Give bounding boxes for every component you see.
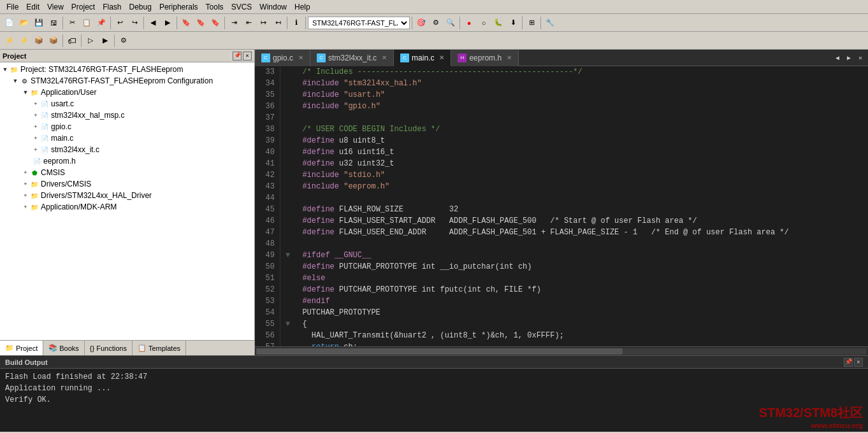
tree-app-user[interactable]: ▼ 📁 Application/User (1, 87, 253, 98)
build-pin-button[interactable]: 📌 (844, 358, 853, 367)
menu-tools[interactable]: Tools (202, 1, 228, 13)
back-button[interactable]: ◀ (146, 16, 160, 30)
stop-btn[interactable]: ○ (477, 16, 491, 30)
save-button[interactable]: 💾 (32, 16, 46, 30)
bookmark2-button[interactable]: 🔖 (194, 16, 208, 30)
tab-stm32it[interactable]: C stm32l4xx_it.c ✕ (310, 50, 394, 66)
tb2-btn2[interactable]: ⚡ (17, 34, 31, 48)
unindent-button[interactable]: ⇤ (242, 16, 256, 30)
tree-config[interactable]: ▼ ⚙ STM32L476RGT-FAST_FLASHEeprom Config… (1, 75, 253, 87)
run-btn[interactable]: ● (462, 16, 476, 30)
root-expand[interactable]: ▼ (1, 66, 9, 73)
panel-tab-project[interactable]: 📁 Project (0, 341, 43, 355)
unindent2-button[interactable]: ↤ (271, 16, 285, 30)
tb2-btn6[interactable]: ▶ (98, 34, 112, 48)
tree-cmsis[interactable]: + ⬟ CMSIS (1, 167, 253, 178)
stm32it-expand[interactable]: + (32, 146, 40, 153)
code-line-57: return ch; (286, 341, 863, 346)
tree-root[interactable]: ▼ 📁 Project: STM32L476RGT-FAST_FLASHEepr… (1, 64, 253, 75)
project-panel-pin-button[interactable]: 📌 (233, 52, 242, 60)
horizontal-scrollbar[interactable] (255, 346, 868, 355)
forward-button[interactable]: ▶ (161, 16, 175, 30)
tb2-btn4[interactable]: 📦 (47, 34, 61, 48)
app-user-expand[interactable]: ▼ (22, 89, 29, 96)
download-btn[interactable]: ⬇ (506, 16, 520, 30)
tab-nav-right[interactable]: ▶ (844, 53, 854, 63)
stm32it-tab-close[interactable]: ✕ (382, 54, 387, 61)
drivers-hal-expand[interactable]: + (22, 192, 29, 199)
tb2-btn1[interactable]: ⚡ (3, 34, 17, 48)
indent2-button[interactable]: ↦ (256, 16, 270, 30)
eeprom-tab-close[interactable]: ✕ (507, 54, 512, 61)
tree-usart[interactable]: + 📄 usart.c (1, 98, 253, 110)
tb2-btn5[interactable]: ▷ (83, 34, 98, 48)
tab-nav-left[interactable]: ◀ (832, 53, 843, 63)
fold-gutter-49[interactable]: ▼ (286, 250, 293, 261)
code-content[interactable]: /* Includes ----------------------------… (280, 66, 868, 346)
redo-button[interactable]: ↪ (127, 16, 141, 30)
mdk-arm-expand[interactable]: + (22, 203, 29, 211)
menu-view[interactable]: View (43, 1, 68, 13)
tree-drivers-cmsis[interactable]: + 📁 Drivers/CMSIS (1, 178, 253, 190)
wrench-btn[interactable]: 🔧 (543, 16, 557, 30)
cmsis-expand[interactable]: + (22, 169, 29, 176)
tree-stm32it[interactable]: + 📄 stm32l4xx_it.c (1, 144, 253, 155)
templates-tab-label: Templates (148, 344, 180, 352)
config-expand[interactable]: ▼ (11, 77, 19, 85)
gpio-tab-close[interactable]: ✕ (298, 54, 303, 61)
menu-help[interactable]: Help (291, 1, 314, 13)
menu-flash[interactable]: Flash (99, 1, 125, 13)
menu-peripherals[interactable]: Peripherals (156, 1, 202, 13)
tab-gpio[interactable]: C gpio.c ✕ (255, 50, 310, 66)
tb2-btn7[interactable]: ⚙ (117, 34, 131, 48)
panel-tab-templates[interactable]: 📋 Templates (133, 341, 186, 355)
code-text-36: #include "gpio.h" (293, 101, 380, 112)
build-close-button[interactable]: ✕ (854, 358, 863, 367)
hal-msp-expand[interactable]: + (32, 111, 40, 119)
drivers-cmsis-expand[interactable]: + (22, 180, 29, 188)
bookmark3-button[interactable]: 🔖 (208, 16, 222, 30)
gpio-expand[interactable]: + (32, 123, 40, 131)
cut-button[interactable]: ✂ (65, 16, 79, 30)
indent-button[interactable]: ⇥ (227, 16, 241, 30)
copy-button[interactable]: 📋 (80, 16, 94, 30)
tree-main[interactable]: + 📄 main.c (1, 132, 253, 144)
panel-tab-functions[interactable]: {} Functions (85, 341, 133, 355)
menu-window[interactable]: Window (256, 1, 291, 13)
save-all-button[interactable]: 🖫 (47, 16, 61, 30)
undo-button[interactable]: ↩ (113, 16, 127, 30)
view-btn[interactable]: ⊞ (524, 16, 539, 30)
fold-gutter-55[interactable]: ▼ (286, 318, 293, 330)
tb2-btn3[interactable]: 📦 (32, 34, 46, 48)
target-combo[interactable]: STM32L476RGT-FAST_FLA (308, 17, 410, 29)
tab-eeprom[interactable]: H eeprom.h ✕ (451, 50, 519, 66)
info-button[interactable]: ℹ (289, 16, 303, 30)
bookmark-button[interactable]: 🔖 (179, 16, 193, 30)
paste-button[interactable]: 📌 (94, 16, 108, 30)
project-panel-close-button[interactable]: ✕ (243, 52, 252, 60)
target-btn[interactable]: 🎯 (414, 16, 428, 30)
tab-close-all[interactable]: ✕ (855, 53, 865, 63)
menu-project[interactable]: Project (68, 1, 99, 13)
tree-mdk-arm[interactable]: + 📁 Application/MDK-ARM (1, 201, 253, 213)
menu-edit[interactable]: Edit (22, 1, 43, 13)
menu-svcs[interactable]: SVCS (228, 1, 256, 13)
main-tab-close[interactable]: ✕ (439, 54, 444, 61)
main-expand[interactable]: + (32, 134, 40, 142)
tree-hal-msp[interactable]: + 📄 stm32l4xx_hal_msp.c (1, 110, 253, 121)
code-editor[interactable]: 3334353637383940414243444546474849505152… (255, 66, 868, 346)
usart-expand[interactable]: + (32, 100, 40, 108)
tb2-icon-btn[interactable]: 🏷 (65, 34, 79, 48)
search-btn[interactable]: 🔍 (444, 16, 458, 30)
menu-file[interactable]: File (3, 1, 22, 13)
tab-main[interactable]: C main.c ✕ (394, 50, 451, 66)
debug-btn[interactable]: 🐛 (491, 16, 505, 30)
tree-eeprom[interactable]: 📄 eeprom.h (1, 155, 253, 167)
panel-tab-books[interactable]: 📚 Books (43, 341, 85, 355)
open-button[interactable]: 📂 (17, 16, 31, 30)
menu-debug[interactable]: Debug (126, 1, 156, 13)
tree-drivers-hal[interactable]: + 📁 Drivers/STM32L4xx_HAL_Driver (1, 190, 253, 201)
tree-gpio[interactable]: + 📄 gpio.c (1, 121, 253, 132)
new-file-button[interactable]: 📄 (3, 16, 17, 30)
component-btn[interactable]: ⚙ (429, 16, 443, 30)
